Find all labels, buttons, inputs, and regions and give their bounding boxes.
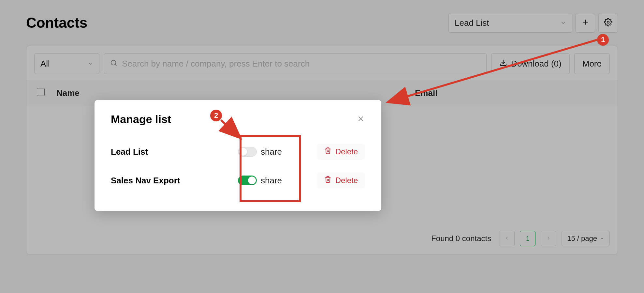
list-row: Lead List share Delete (111, 137, 365, 166)
delete-label: Delete (335, 176, 358, 185)
annotation-badge-1: 1 (597, 34, 609, 46)
delete-list-button[interactable]: Delete (317, 173, 365, 188)
trash-icon (324, 147, 331, 156)
annotation-highlight-box (240, 135, 301, 202)
list-row: Sales Nav Export share Delete (111, 166, 365, 195)
close-icon (357, 118, 365, 124)
trash-icon (324, 176, 331, 185)
list-name: Sales Nav Export (111, 176, 238, 186)
list-name: Lead List (111, 147, 238, 157)
modal-title: Manage list (111, 113, 171, 126)
modal-close-button[interactable] (357, 115, 365, 124)
modal-header: Manage list (111, 113, 365, 126)
annotation-badge-2: 2 (210, 110, 222, 121)
manage-list-modal: Manage list Lead List share Delete Sales… (95, 100, 381, 211)
delete-label: Delete (335, 147, 358, 156)
delete-list-button[interactable]: Delete (317, 144, 365, 160)
